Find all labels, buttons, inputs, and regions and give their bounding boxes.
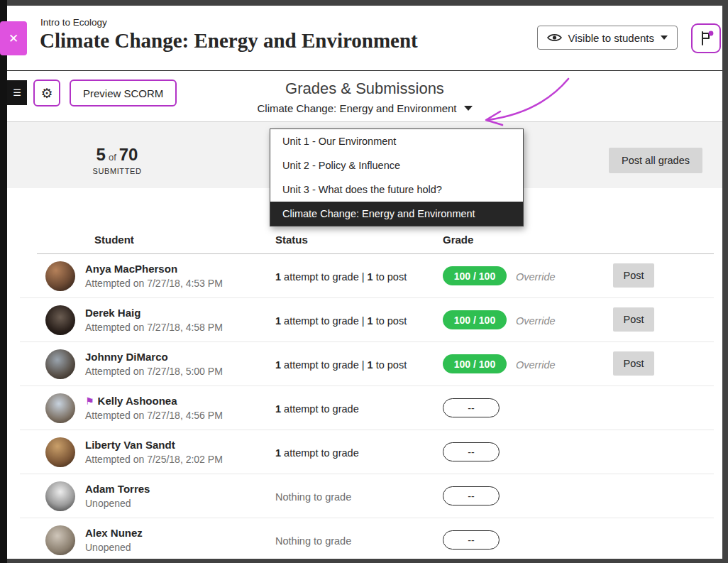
attempt-detail: Attempted on 7/27/18, 5:00 PM <box>85 366 223 377</box>
status-text: Nothing to grade <box>275 491 351 503</box>
student-name: Liberty Van Sandt <box>85 439 223 451</box>
hamburger-icon: ☰ <box>13 87 21 98</box>
content-menu: Unit 1 - Our Environment Unit 2 - Policy… <box>270 129 524 226</box>
attempt-detail: Attempted on 7/27/18, 4:58 PM <box>85 322 223 333</box>
menu-item-unit3[interactable]: Unit 3 - What does the future hold? <box>270 177 523 202</box>
student-name: Derek Haig <box>85 307 223 319</box>
bookmark-flag-icon: ⚑ <box>85 395 94 407</box>
post-button[interactable]: Post <box>613 263 654 288</box>
status-text: Nothing to grade <box>275 535 351 547</box>
grade-pill[interactable]: -- <box>443 530 500 550</box>
attempt-detail: Unopened <box>85 542 143 553</box>
post-button[interactable]: Post <box>613 307 654 332</box>
status-text: 1 attempt to grade | 1 to post <box>275 315 407 327</box>
student-name: Anya MacPherson <box>85 263 223 275</box>
grade-pill[interactable]: 100 / 100 <box>443 310 507 329</box>
status-text: 1 attempt to grade <box>275 447 359 459</box>
column-student: Student <box>94 234 134 246</box>
avatar <box>45 393 75 423</box>
grade-pill[interactable]: 100 / 100 <box>443 266 507 285</box>
of-label: of <box>109 152 116 163</box>
status-text: 1 attempt to grade | 1 to post <box>275 359 407 371</box>
post-button[interactable]: Post <box>613 351 654 376</box>
menu-item-unit2[interactable]: Unit 2 - Policy & Influence <box>270 153 523 177</box>
submitted-counter: 5of70 SUBMITTED <box>75 145 160 175</box>
avatar <box>45 481 75 511</box>
attempt-detail: Attempted on 7/25/18, 2:02 PM <box>85 454 223 465</box>
table-row-adam[interactable]: Adam Torres Unopened Nothing to grade -- <box>7 474 722 518</box>
table-row-johnny[interactable]: Johnny DiMarco Attempted on 7/27/18, 5:0… <box>7 342 722 386</box>
status-text: 1 attempt to grade | 1 to post <box>275 271 407 283</box>
override-label: Override <box>516 271 556 283</box>
visibility-label: Visible to students <box>568 32 654 44</box>
avatar <box>45 305 75 335</box>
notification-dot <box>709 31 714 36</box>
attempt-detail: Unopened <box>85 498 150 509</box>
column-grade: Grade <box>443 234 473 246</box>
attempt-detail: Attempted on 7/27/18, 4:56 PM <box>85 410 223 421</box>
student-activity-button[interactable] <box>691 23 721 53</box>
collapsed-nav-rail <box>0 0 7 563</box>
content-panel: Intro to Ecology Climate Change: Energy … <box>7 6 722 559</box>
table-row-anya[interactable]: Anya MacPherson Attempted on 7/27/18, 4:… <box>7 254 722 298</box>
content-picker-dropdown[interactable]: Climate Change: Energy and Environment <box>258 102 473 114</box>
course-name: Intro to Ecology <box>40 17 107 28</box>
table-rows: Anya MacPherson Attempted on 7/27/18, 4:… <box>7 254 722 559</box>
flag-activity-icon <box>697 30 715 47</box>
page-title: Climate Change: Energy and Environment <box>40 29 418 53</box>
column-status: Status <box>275 234 308 246</box>
grade-pill[interactable]: -- <box>443 442 500 461</box>
student-name: Johnny DiMarco <box>85 351 223 363</box>
table-row-alex[interactable]: Alex Nunez Unopened Nothing to grade -- <box>7 518 722 559</box>
post-all-grades-button[interactable]: Post all grades <box>609 148 702 173</box>
override-label: Override <box>516 359 556 371</box>
table-row-liberty[interactable]: Liberty Van Sandt Attempted on 7/25/18, … <box>7 430 722 474</box>
close-button[interactable]: ✕ <box>0 21 27 55</box>
menu-item-unit1[interactable]: Unit 1 - Our Environment <box>270 129 523 153</box>
student-name: ⚑Kelly Ashoonea <box>85 395 223 407</box>
table-header: Student Status Grade <box>7 234 722 249</box>
avatar <box>45 261 75 291</box>
chevron-down-icon <box>464 106 473 111</box>
avatar <box>45 437 75 467</box>
grade-pill[interactable]: 100 / 100 <box>443 354 507 373</box>
eye-icon <box>547 33 562 43</box>
scorm-toolbar: ⚙ Preview SCORM Grades & Submissions Cli… <box>7 71 722 122</box>
table-row-kelly[interactable]: ⚑Kelly Ashoonea Attempted on 7/27/18, 4:… <box>7 386 722 430</box>
chevron-down-icon <box>661 35 668 40</box>
attempt-detail: Attempted on 7/27/18, 4:53 PM <box>85 278 223 289</box>
grades-table: Student Status Grade Anya MacPherson Att… <box>7 188 722 559</box>
student-name: Alex Nunez <box>85 527 143 539</box>
toolbar-center: Grades & Submissions Climate Change: Ene… <box>7 71 722 122</box>
section-title: Grades & Submissions <box>7 80 722 98</box>
table-row-derek[interactable]: Derek Haig Attempted on 7/27/18, 4:58 PM… <box>7 298 722 342</box>
avatar <box>45 349 75 379</box>
grade-pill[interactable]: -- <box>443 398 500 417</box>
status-text: 1 attempt to grade <box>275 403 359 415</box>
override-label: Override <box>516 315 556 327</box>
grade-pill[interactable]: -- <box>443 486 500 505</box>
visibility-button[interactable]: Visible to students <box>537 26 678 50</box>
page-header: Intro to Ecology Climate Change: Energy … <box>7 6 722 71</box>
menu-item-climate-change-selected[interactable]: Climate Change: Energy and Environment <box>270 202 523 226</box>
submitted-count: 5 <box>96 145 106 164</box>
avatar <box>45 525 75 555</box>
submitted-label: SUBMITTED <box>75 167 160 175</box>
student-name: Adam Torres <box>85 483 150 495</box>
content-picker-label: Climate Change: Energy and Environment <box>258 102 457 114</box>
hamburger-menu-button[interactable]: ☰ <box>7 80 27 105</box>
total-count: 70 <box>119 145 138 164</box>
close-icon: ✕ <box>9 31 18 45</box>
